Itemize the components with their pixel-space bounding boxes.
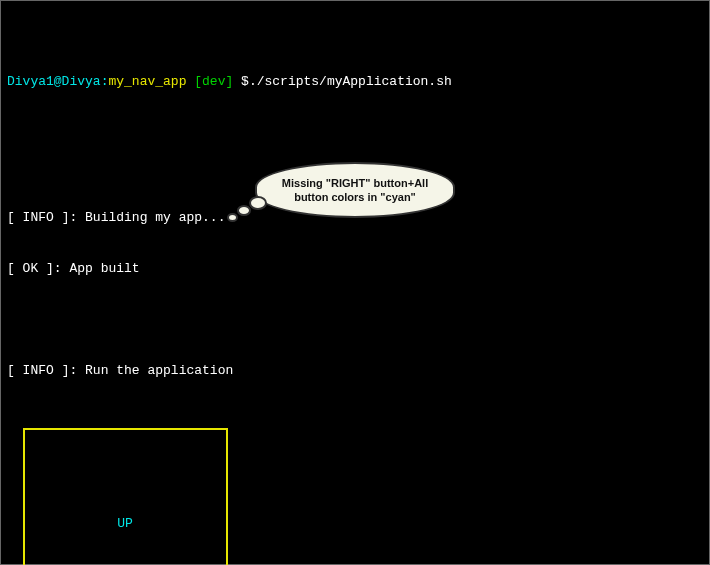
up-button[interactable]: UP <box>25 515 226 532</box>
log-line: [ INFO ]: Run the application <box>7 362 703 379</box>
annotation-text-1: Missing "RIGHT" button+All <box>282 177 428 189</box>
prompt-line[interactable]: Divya1@Divya:my_nav_app [dev] $./scripts… <box>7 73 703 90</box>
bubble-tail-icon <box>237 205 251 216</box>
annotation-text-2: button colors in "cyan" <box>294 191 416 203</box>
annotation-bubble: Missing "RIGHT" button+All button colors… <box>255 128 455 252</box>
bubble-tail-icon <box>249 196 267 210</box>
app-output-box: UP LEFT DOWN <box>23 428 228 565</box>
prompt-path: my_nav_app <box>108 74 186 89</box>
prompt-user: Divya1@Divya <box>7 74 101 89</box>
log-line: [ OK ]: App built <box>7 260 703 277</box>
annotation-bubble-body: Missing "RIGHT" button+All button colors… <box>255 162 455 218</box>
prompt-command: ./scripts/myApplication.sh <box>249 74 452 89</box>
bubble-tail-icon <box>227 213 238 222</box>
prompt-branch: [dev] <box>194 74 233 89</box>
terminal-window: Divya1@Divya:my_nav_app [dev] $./scripts… <box>0 0 710 565</box>
prompt-dollar: $ <box>241 74 249 89</box>
